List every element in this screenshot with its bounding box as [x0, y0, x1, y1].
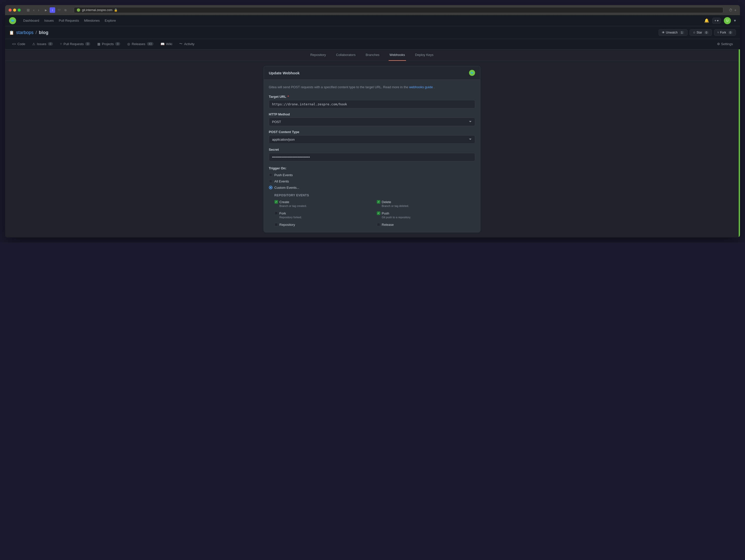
issues-icon: ⚠ [32, 42, 35, 46]
releases-badge: 43 [147, 42, 154, 45]
star-label: Star [697, 31, 702, 34]
checkbox-create[interactable] [274, 200, 278, 204]
radio-push-label: Push Events [274, 173, 293, 177]
tab-settings[interactable]: ⚙ Settings [714, 40, 736, 49]
event-delete-header: Delete [377, 200, 475, 204]
event-delete: Delete Branch or tag deleted. [377, 200, 475, 207]
tab-settings-label: Settings [721, 42, 733, 46]
projects-badge: 0 [115, 42, 120, 45]
browser-nav: ⊞ ‹ › [26, 7, 40, 12]
tab-activity[interactable]: 〜 Activity [176, 39, 197, 49]
repo-name-link[interactable]: blog [39, 30, 48, 35]
event-create-header: Create [274, 200, 373, 204]
shield-icon[interactable]: 🛡 [56, 7, 62, 13]
avatar-chevron[interactable]: ▾ [734, 18, 736, 23]
tab-projects-label: Projects [102, 42, 114, 46]
sidebar-toggle[interactable]: ⊞ [26, 7, 31, 12]
target-url-label: Target URL * [269, 95, 475, 99]
event-repository-label: Repository [280, 223, 295, 227]
content-type-select[interactable]: application/json [269, 135, 475, 144]
event-release: Release [377, 223, 475, 227]
nav-issues[interactable]: Issues [42, 18, 56, 24]
releases-icon: ◎ [127, 42, 130, 46]
checkbox-push[interactable] [377, 211, 380, 215]
repo-icon: 📋 [9, 30, 14, 35]
tab-projects[interactable]: ▦ Projects 0 [94, 40, 123, 49]
radio-push-events[interactable]: Push Events [269, 173, 475, 177]
target-url-input[interactable] [269, 100, 475, 108]
minimize-button[interactable] [13, 8, 16, 11]
repo-tabs: <> Code ⚠ Issues 0 ⑂ Pull Requests 0 ▦ P… [5, 39, 740, 50]
history-button[interactable]: ⏱ [729, 8, 733, 12]
tab-icon[interactable]: i [50, 7, 55, 13]
star-button[interactable]: ☆ Star 0 [689, 29, 712, 36]
settings-tab-branches[interactable]: Branches [365, 50, 381, 61]
event-create: Create Branch or tag created. [274, 200, 373, 207]
address-bar[interactable]: 🟢 git.internal.zespre.com 🔒 [74, 7, 723, 13]
traffic-lights [8, 8, 21, 11]
back-button[interactable]: ‹ [32, 7, 36, 12]
tab-pull-requests[interactable]: ⑂ Pull Requests 0 [57, 40, 93, 49]
custom-events-section: Repository Events Create [274, 194, 475, 227]
settings-tab-repository[interactable]: Repository [309, 50, 327, 61]
form-card-body: Gitea will send POST requests with a spe… [264, 80, 480, 232]
tab-releases[interactable]: ◎ Releases 43 [124, 40, 156, 49]
plus-icon: + [714, 19, 716, 23]
plus-chevron: ▾ [717, 19, 718, 23]
create-button[interactable]: + ▾ [712, 18, 721, 24]
main-content: Repository Collaborators Branches Webhoo… [5, 50, 739, 237]
close-button[interactable] [8, 8, 11, 11]
nav-dashboard[interactable]: Dashboard [21, 18, 41, 24]
repo-owner-link[interactable]: starbops [16, 30, 34, 35]
trigger-section: Trigger On: Push Events All Events [269, 166, 475, 227]
required-indicator: * [288, 95, 289, 99]
checkbox-delete[interactable] [377, 200, 380, 204]
pr-badge: 0 [85, 42, 90, 45]
site-logo[interactable]: 🐦 [9, 17, 16, 24]
radio-custom-events[interactable]: Custom Events... [269, 186, 475, 190]
settings-tab-deploy-keys[interactable]: Deploy Keys [414, 50, 434, 61]
settings-tab-collaborators[interactable]: Collaborators [335, 50, 356, 61]
event-release-label: Release [382, 223, 394, 227]
new-tab-button[interactable]: + [735, 8, 737, 12]
checkbox-repository[interactable] [274, 223, 278, 226]
event-repository: Repository [274, 223, 373, 227]
tab-code[interactable]: <> Code [9, 40, 28, 49]
unwatch-button[interactable]: 👁 Unwatch 1 [658, 29, 687, 36]
tab-issues-label: Issues [37, 42, 46, 46]
tab-issues[interactable]: ⚠ Issues 0 [29, 40, 56, 49]
secret-input[interactable] [269, 153, 475, 161]
avatar[interactable]: U [724, 17, 731, 24]
checkbox-fork[interactable] [274, 211, 278, 215]
description-text: Gitea will send POST requests with a spe… [269, 85, 408, 89]
event-push-label: Push [382, 211, 389, 215]
star-count: 0 [704, 31, 709, 34]
settings-tab-webhooks[interactable]: Webhooks [389, 50, 406, 61]
description-suffix: . [434, 85, 435, 89]
nav-milestones[interactable]: Milestones [82, 18, 102, 24]
play-icon[interactable]: ▶ [43, 7, 48, 13]
site-icon: 🟢 [76, 8, 80, 12]
radio-all-events[interactable]: All Events [269, 179, 475, 183]
form-description: Gitea will send POST requests with a spe… [269, 85, 475, 90]
privacy-icon[interactable]: ⧉ [63, 7, 68, 13]
eye-icon: 👁 [662, 31, 665, 34]
webhooks-guide-link[interactable]: webhooks guide [409, 85, 433, 89]
tab-wiki[interactable]: 📖 Wiki [158, 40, 175, 49]
http-method-select[interactable]: POST [269, 118, 475, 126]
nav-pull-requests[interactable]: Pull Requests [57, 18, 81, 24]
lock-icon: 🔒 [114, 8, 118, 12]
http-method-group: HTTP Method POST [269, 112, 475, 126]
nav-explore[interactable]: Explore [103, 18, 118, 24]
fork-button[interactable]: ⑂ Fork 0 [714, 29, 736, 36]
maximize-button[interactable] [18, 8, 21, 11]
fork-icon: ⑂ [717, 31, 719, 34]
notifications-button[interactable]: 🔔 [704, 18, 709, 23]
secret-group: Secret [269, 148, 475, 161]
event-fork-header: Fork [274, 211, 373, 215]
checkbox-release[interactable] [377, 223, 380, 226]
event-push: Push Git push to a repository. [377, 211, 475, 219]
fork-count: 0 [728, 31, 733, 34]
unwatch-count: 1 [680, 31, 684, 34]
forward-button[interactable]: › [37, 7, 40, 12]
